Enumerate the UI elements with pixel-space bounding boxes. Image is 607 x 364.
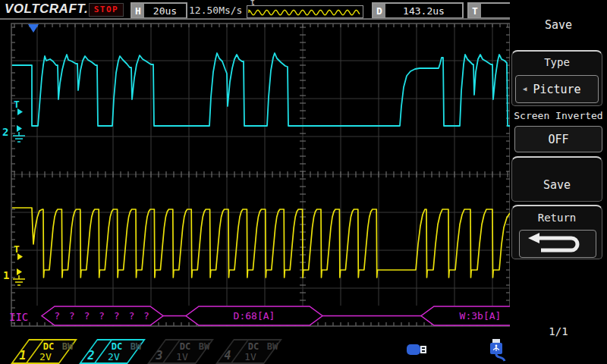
ch1-trigger-label: T	[14, 243, 20, 255]
channel1-scale: 2V	[33, 351, 58, 362]
usb-device-icon	[486, 338, 507, 362]
channel1-waveform	[12, 208, 510, 278]
channel2-waveform	[12, 53, 510, 126]
type-label: Type	[512, 56, 602, 68]
screen-inverted-toggle[interactable]: OFF	[514, 126, 602, 152]
channel1-coupling: DC	[43, 341, 54, 352]
channel1-bandwidth: BW	[62, 341, 73, 352]
channel1-markers: T 1	[3, 243, 25, 285]
type-value-selector[interactable]: ◀ Picture	[515, 75, 599, 103]
channel4-bandwidth: BW	[267, 341, 278, 352]
channel2-bandwidth: BW	[131, 341, 141, 352]
ch1-position-arrow-icon[interactable]	[17, 268, 22, 275]
channel4-number: 4	[220, 349, 235, 362]
type-value: Picture	[533, 83, 580, 96]
channel4-scale: 1V	[237, 351, 263, 362]
menu-page-indicator: 1/1	[510, 325, 607, 337]
screen-inverted-value: OFF	[548, 133, 568, 146]
channel3-coupling: DC	[180, 341, 190, 352]
screen-inverted-label: Screen Inverted	[510, 110, 607, 121]
menu-title: Save	[510, 18, 607, 32]
ch1-trigger-arrow-icon[interactable]	[17, 253, 23, 260]
marker-layer: T 2 T 1	[2, 24, 39, 285]
decode-text-data: D:68[A]	[234, 310, 275, 322]
channel2-markers: T 2	[2, 99, 25, 142]
usb-drive-icon	[405, 340, 428, 359]
menu-item-type[interactable]: Type ◀ Picture	[511, 50, 602, 106]
ch1-ground-icon	[13, 275, 25, 285]
left-arrow-icon: ◀	[523, 86, 527, 93]
decode-row: IIC ? ? ? ? ? ? ? D:68[A] W:3b[A]	[9, 306, 510, 325]
channel3-number: 3	[152, 349, 167, 362]
ch2-position-arrow-icon[interactable]	[17, 125, 22, 132]
decode-text-write: W:3b[A]	[460, 310, 502, 322]
back-arrow-icon	[520, 231, 596, 257]
channel1-number: 1	[15, 349, 30, 362]
menu-sidebar: Save Type ◀ Picture Screen Inverted OFF …	[510, 0, 607, 364]
channel4-coupling: DC	[248, 341, 259, 352]
return-label: Return	[512, 212, 602, 224]
return-button[interactable]: Return	[511, 205, 602, 259]
return-icon-button[interactable]	[519, 230, 596, 258]
channel2-coupling: DC	[112, 341, 122, 352]
save-button-label: Save	[543, 178, 571, 192]
save-button[interactable]: Save	[511, 156, 602, 202]
oscilloscope-screen: VOLTCRAFT. STOP H 20us 12.50Ms/s T D 143…	[0, 0, 607, 364]
channel3-bandwidth: BW	[199, 341, 209, 352]
ch2-trigger-arrow-icon[interactable]	[17, 108, 23, 115]
ch2-trigger-label: T	[14, 99, 20, 110]
ch1-position-label: 1	[3, 269, 9, 281]
channel2-scale: 2V	[101, 351, 127, 362]
channel2-number: 2	[83, 349, 99, 362]
decode-text-unknown: ? ? ? ? ? ? ?	[54, 310, 151, 322]
channel3-scale: 1V	[169, 351, 195, 362]
ch2-position-label: 2	[2, 126, 8, 138]
decode-bus-label: IIC	[9, 311, 28, 323]
